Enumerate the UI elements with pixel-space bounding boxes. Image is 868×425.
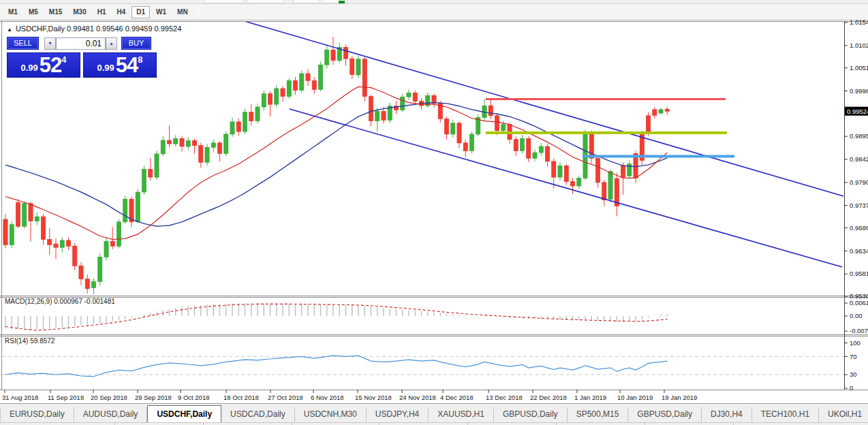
volume-input[interactable]: 0.01 bbox=[56, 37, 106, 50]
one-click-trading-panel: SELL ▼ 0.01 ▲ BUY 0.99 52 4 0.99 54 8 bbox=[7, 37, 158, 50]
timeframe-button-m5[interactable]: M5 bbox=[24, 6, 43, 18]
date-tick-label: 15 Nov 2018 bbox=[355, 394, 392, 401]
sell-price-button[interactable]: 0.99 52 4 bbox=[7, 52, 80, 78]
buy-price-button[interactable]: 0.99 54 8 bbox=[83, 52, 157, 78]
sell-price-pip: 4 bbox=[61, 54, 66, 65]
timeframe-button-m30[interactable]: M30 bbox=[68, 6, 91, 18]
volume-decrease-button[interactable]: ▼ bbox=[44, 37, 56, 50]
sell-price-main: 52 bbox=[40, 56, 61, 75]
timeframe-button-mn[interactable]: MN bbox=[172, 6, 193, 18]
chart-window: 1.015451.010201.005100.999850.989500.984… bbox=[0, 20, 868, 403]
price-tick-label: 0.97900 bbox=[850, 178, 868, 186]
chart-tab-usdjpy-h4-5[interactable]: USDJPY,H4 bbox=[367, 407, 429, 422]
date-tick-label: 18 Oct 2018 bbox=[223, 394, 259, 401]
timeframe-button-h4[interactable]: H4 bbox=[112, 6, 131, 18]
price-tick-label: 1.00510 bbox=[850, 64, 868, 72]
timeframe-button-w1[interactable]: W1 bbox=[151, 6, 171, 18]
chart-canvas[interactable]: 1.015451.010201.005100.999850.989500.984… bbox=[0, 20, 868, 403]
buy-price-pip: 8 bbox=[138, 54, 142, 65]
current-price-label: 0.99524 bbox=[847, 108, 868, 115]
chart-tab-eurusd-daily-0[interactable]: EURUSD,Daily bbox=[1, 407, 74, 422]
rsi-tick-label: 30 bbox=[850, 371, 857, 378]
timeframe-toolbar: M1M5M15M30H1H4D1W1MN bbox=[0, 4, 868, 20]
date-tick-label: 22 Dec 2018 bbox=[530, 394, 567, 401]
price-tick-label: 1.01545 bbox=[850, 20, 868, 26]
macd-tick-label: 0.006137 bbox=[850, 299, 868, 306]
chart-tab-xauusd-h1-6[interactable]: XAUUSD,H1 bbox=[429, 407, 494, 422]
chart-tab-gbpusd-daily-7[interactable]: GBPUSD,Daily bbox=[494, 407, 568, 422]
chart-tab-sp500-m15-8[interactable]: SP500,M15 bbox=[568, 407, 629, 422]
chart-tab-usdcnh-m30-4[interactable]: USDCNH,M30 bbox=[295, 407, 367, 422]
rsi-indicator-label: RSI(14) 59.8572 bbox=[5, 337, 55, 345]
chart-tab-usdchf-daily-2[interactable]: USDCHF,Daily bbox=[147, 405, 221, 422]
date-tick-label: 6 Nov 2018 bbox=[311, 394, 344, 401]
chart-tab-dj30-h4-10[interactable]: DJ30,H4 bbox=[702, 407, 752, 422]
price-tick-label: 0.99985 bbox=[850, 87, 868, 95]
price-tick-label: 0.98950 bbox=[850, 132, 868, 140]
price-tick-label: 0.98425 bbox=[850, 155, 868, 163]
date-tick-label: 27 Oct 2018 bbox=[268, 394, 303, 401]
date-tick-label: 20 Sep 2018 bbox=[91, 394, 127, 401]
macd-tick-label: 0.00 bbox=[850, 312, 863, 319]
rsi-tick-label: 100 bbox=[850, 339, 861, 347]
macd-tick-label: -0.007142 bbox=[850, 327, 868, 334]
timeframe-button-d1[interactable]: D1 bbox=[131, 6, 150, 18]
date-tick-label: 1 Jan 2019 bbox=[574, 394, 606, 401]
toolbar-sliver-segment bbox=[293, 0, 319, 3]
buy-button[interactable]: BUY bbox=[121, 37, 151, 50]
sell-price-prefix: 0.99 bbox=[20, 61, 37, 75]
timeframe-button-m1[interactable]: M1 bbox=[3, 6, 22, 18]
date-tick-label: 19 Jan 2019 bbox=[662, 394, 697, 401]
chart-tab-usdcad-daily-3[interactable]: USDCAD,Daily bbox=[221, 407, 295, 422]
date-tick-label: 31 Aug 2018 bbox=[2, 394, 38, 401]
collapse-panel-icon[interactable]: ▲ bbox=[7, 27, 12, 33]
price-tick-label: 0.95815 bbox=[850, 270, 868, 277]
toolbar-separator bbox=[198, 7, 198, 18]
toolbar-sliver-segment bbox=[247, 0, 283, 3]
toolbar-sliver-segment bbox=[204, 0, 244, 3]
chart-tab-audusd-daily-1[interactable]: AUDUSD,Daily bbox=[74, 407, 148, 422]
price-tick-label: 0.96340 bbox=[850, 247, 868, 255]
date-tick-label: 10 Jan 2019 bbox=[617, 394, 653, 401]
mt4-window: M1M5M15M30H1H4D1W1MN 1.015451.010201.005… bbox=[0, 0, 868, 425]
chart-tab-tech100-h1-11[interactable]: TECH100,H1 bbox=[752, 407, 819, 422]
date-tick-label: 11 Sep 2018 bbox=[48, 394, 84, 401]
date-tick-label: 24 Nov 2018 bbox=[399, 394, 436, 401]
toolbar-green-indicator bbox=[339, 1, 345, 3]
macd-indicator-label: MACD(12,26,9) 0.000967 -0.001481 bbox=[5, 298, 115, 305]
buy-price-main: 54 bbox=[116, 56, 138, 75]
chart-tab-ukoil-h1-12[interactable]: UKOil,H1 bbox=[819, 407, 868, 422]
buy-price-prefix: 0.99 bbox=[97, 61, 114, 75]
status-strip bbox=[0, 422, 868, 425]
price-tick-label: 0.96865 bbox=[850, 224, 868, 232]
chart-tab-gbpusd-daily-9[interactable]: GBPUSD,Daily bbox=[628, 407, 702, 422]
sell-button[interactable]: SELL bbox=[7, 37, 39, 50]
timeframe-button-m15[interactable]: M15 bbox=[44, 6, 67, 18]
timeframe-button-h1[interactable]: H1 bbox=[93, 6, 111, 18]
price-tick-label: 1.01020 bbox=[850, 42, 868, 49]
date-tick-label: 4 Dec 2018 bbox=[440, 394, 474, 401]
date-tick-label: 29 Sep 2018 bbox=[135, 394, 172, 401]
chart-tab-bar: EURUSD,DailyAUDUSD,DailyUSDCHF,DailyUSDC… bbox=[0, 403, 868, 422]
date-tick-label: 13 Dec 2018 bbox=[486, 394, 523, 401]
volume-increase-button[interactable]: ▲ bbox=[106, 37, 117, 50]
rsi-tick-label: 0 bbox=[850, 384, 853, 392]
rsi-tick-label: 70 bbox=[850, 353, 857, 360]
chart-title: ▲USDCHF,Daily 0.99481 0.99546 0.99459 0.… bbox=[7, 25, 181, 33]
price-tick-label: 0.97375 bbox=[850, 202, 868, 209]
date-tick-label: 9 Oct 2018 bbox=[178, 394, 209, 401]
chart-symbol-ohlc: USDCHF,Daily 0.99481 0.99546 0.99459 0.9… bbox=[16, 25, 181, 33]
